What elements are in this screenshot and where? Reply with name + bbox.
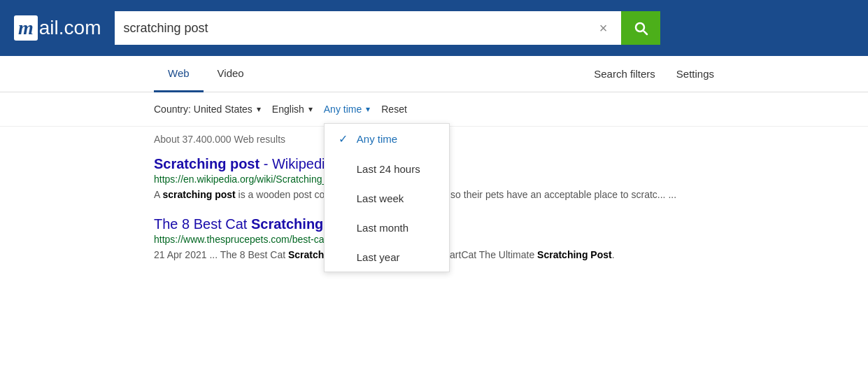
search-input[interactable] xyxy=(123,21,593,36)
time-option-month[interactable]: Last month xyxy=(325,213,449,242)
check-icon: ✓ xyxy=(339,132,350,146)
reset-button[interactable]: Reset xyxy=(381,104,407,115)
result-date: 21 Apr 2021 xyxy=(154,249,207,260)
nav-right: Search filters Settings xyxy=(594,68,714,80)
nav-bar: Web Video Search filters Settings xyxy=(0,56,868,92)
tab-web[interactable]: Web xyxy=(154,56,204,92)
time-filter-label: Any time xyxy=(324,104,362,115)
search-bar: × xyxy=(115,11,660,45)
logo-m: m xyxy=(14,15,38,41)
language-filter-label: English xyxy=(272,104,304,115)
search-input-wrapper: × xyxy=(115,11,621,45)
search-button[interactable] xyxy=(621,11,660,45)
country-filter-label: Country: United States xyxy=(154,104,252,115)
country-filter[interactable]: Country: United States ▾ xyxy=(154,101,261,118)
result-snippet-bold: scratching post xyxy=(162,189,235,200)
result-title-sep: - Wikipedia xyxy=(259,156,332,171)
time-option-week[interactable]: Last week xyxy=(325,183,449,213)
check-placeholder-1 xyxy=(339,162,350,175)
search-filters-button[interactable]: Search filters xyxy=(594,68,655,80)
filters-row: Country: United States ▾ English ▾ Any t… xyxy=(0,92,868,127)
clear-button[interactable]: × xyxy=(594,17,613,39)
nav-tabs: Web Video xyxy=(154,56,594,92)
time-option-24h[interactable]: Last 24 hours xyxy=(325,154,449,183)
logo-text: ail.com xyxy=(39,17,101,39)
language-filter[interactable]: English ▾ xyxy=(272,101,313,118)
language-chevron-icon: ▾ xyxy=(308,104,313,114)
time-chevron-icon: ▾ xyxy=(366,104,370,114)
result-title-bold: Scratching post xyxy=(154,156,259,171)
logo: m ail.com xyxy=(14,15,101,41)
search-icon xyxy=(632,20,649,36)
time-filter[interactable]: Any time ▾ xyxy=(324,101,370,118)
time-option-any-label: Any time xyxy=(357,133,397,145)
check-placeholder-2 xyxy=(339,192,350,204)
result-title-plain-2: The 8 Best Cat xyxy=(154,216,251,232)
time-dropdown: ✓ Any time Last 24 hours Last week Last … xyxy=(324,123,450,272)
settings-button[interactable]: Settings xyxy=(676,68,714,80)
check-placeholder-4 xyxy=(339,251,350,263)
time-option-month-label: Last month xyxy=(357,222,408,234)
time-option-any[interactable]: ✓ Any time xyxy=(325,124,449,154)
time-option-year-label: Last year xyxy=(357,251,400,263)
time-option-24h-label: Last 24 hours xyxy=(357,163,420,175)
header: m ail.com × xyxy=(0,0,868,56)
tab-video[interactable]: Video xyxy=(204,56,258,92)
time-filter-container: Any time ▾ ✓ Any time Last 24 hours Last… xyxy=(324,101,370,118)
check-placeholder-3 xyxy=(339,221,350,234)
time-option-week-label: Last week xyxy=(357,192,404,204)
result-snippet-bold-4: Scratching Post xyxy=(537,249,612,260)
country-chevron-icon: ▾ xyxy=(257,104,261,114)
time-option-year[interactable]: Last year xyxy=(325,242,449,272)
